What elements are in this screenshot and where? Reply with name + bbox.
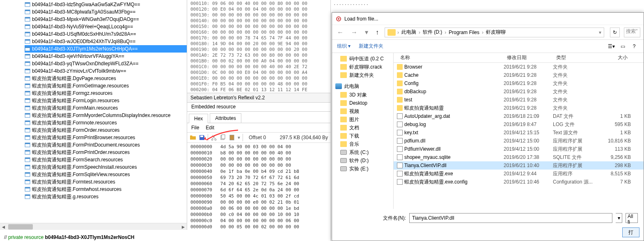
tree-item[interactable]: 蝦皮拍賣通知精靈.FormOrder.resources — [25, 126, 187, 134]
paste-icon[interactable] — [229, 134, 235, 141]
file-row[interactable]: AutoUpdater_arg.dat2019/6/18 21:09DAT 文件… — [394, 112, 644, 120]
tab-attributes[interactable]: Attributes — [210, 113, 241, 123]
help-button[interactable]: ? — [630, 42, 639, 51]
menu-file[interactable]: File — [191, 125, 199, 131]
tree-item[interactable]: b0494a1f-4bd3-MC8plwafaTgA0SsauM3Fbg== — [25, 8, 187, 16]
file-type: 文件夹 — [553, 72, 598, 79]
search-input[interactable]: 搜索" — [624, 28, 640, 37]
breadcrumb-dropdown[interactable]: ▾ — [599, 30, 601, 35]
breadcrumb[interactable]: › 此电脑› 软件 (D:)› Program Files› 虾皮聊聊 ▾ — [385, 28, 604, 37]
tree-item[interactable]: 蝦皮拍賣通知精靈.FormSpeechInstall.resources — [25, 163, 187, 171]
file-row[interactable]: Config2019/6/21 9:28文件夹 — [394, 79, 644, 87]
tree-item[interactable]: 蝦皮拍賣通知精靈.FormPrintBrowser.resources — [25, 134, 187, 141]
sidebar-item[interactable]: Desktop — [332, 99, 393, 107]
file-row[interactable]: 蝦皮拍賣通知精靈2019/6/21 9:28文件夹 — [394, 104, 644, 112]
open-icon[interactable] — [190, 134, 196, 141]
file-row[interactable]: PdfiumViewer.dll2019/4/12 15:00应用程序扩展113… — [394, 145, 644, 153]
sidebar-item[interactable]: 码中医道 (0.2 C — [332, 55, 393, 63]
tree-item[interactable]: 蝦皮拍賣通知精靈.FormPrintDocument.resources — [25, 141, 187, 149]
sidebar-item[interactable]: 视频 — [332, 107, 393, 115]
col-name[interactable]: 名称 — [397, 54, 504, 61]
tree-item[interactable]: b0494a1f-4bd3-USqfM0dcSxHhU/m7s9d28A== — [25, 30, 187, 38]
tree-item[interactable]: 蝦皮拍賣通知精靈.Formtest.resources — [25, 178, 187, 186]
tree-item[interactable]: b0494a1f-4bd3-NyVu59Yeel+QeaqLLocq4g== — [25, 23, 187, 30]
tree-item[interactable]: 蝦皮拍賣通知精靈.DgvPage.resources — [25, 75, 187, 82]
open-button[interactable]: 打 — [622, 227, 639, 237]
tree-item[interactable]: b0494a1f-4bd3-ldz5hgGwaAaGw5aKZwFYMQ== — [25, 1, 187, 8]
dialog-sidebar[interactable]: 码中医道 (0.2 C虾皮聊聊.crack新建文件夹 此电脑 3D 对象Desk… — [332, 53, 394, 209]
sidebar-this-pc[interactable]: 此电脑 — [332, 82, 393, 91]
horizontal-scrollbar[interactable]: ◄ ► — [0, 223, 187, 230]
new-folder-button[interactable]: 新建文件夹 — [359, 43, 383, 50]
sidebar-item[interactable]: 虾皮聊聊.crack — [332, 63, 393, 71]
breadcrumb-item[interactable]: 软件 (D:) — [422, 29, 443, 36]
tree-item[interactable]: b0494a1f-4bd3-wJOE0Dfb424XhTVJqi8BuQ== — [25, 38, 187, 45]
tree-item[interactable]: 蝦皮拍賣通知精靈.FormMyorderColumnsDisplayIndex.… — [25, 112, 187, 119]
col-date[interactable]: 修改日期 — [504, 54, 553, 61]
sidebar-item[interactable]: 图片 — [332, 115, 393, 124]
breadcrumb-item[interactable]: Program Files — [448, 30, 480, 35]
sidebar-item[interactable]: 文档 — [332, 124, 393, 132]
filename-input[interactable] — [409, 213, 612, 223]
tree-item[interactable]: 蝦皮拍賣通知精靈.g.resources — [25, 193, 187, 200]
scroll-thumb[interactable] — [8, 224, 33, 230]
col-size[interactable]: 大小 — [598, 54, 631, 61]
tree-item[interactable]: b0494a1f-4bd3-Mpxk+WNGwh3ef7OqujDAOg== — [25, 16, 187, 23]
tree-item[interactable]: 蝦皮拍賣通知精靈.Formnote.resources — [25, 119, 187, 126]
preview-pane-button[interactable]: ▭ — [618, 42, 627, 51]
tree-item[interactable]: 蝦皮拍賣通知精靈.FormLogin.resources — [25, 97, 187, 104]
nav-back[interactable]: ← — [335, 29, 345, 36]
nav-recent-dropdown[interactable]: ▾ — [363, 28, 370, 36]
scroll-right-arrow[interactable]: ► — [180, 223, 187, 230]
tree-item[interactable]: 蝦皮拍賣通知精靈.FormPrintOrder.resources — [25, 149, 187, 156]
breadcrumb-item[interactable]: 虾皮聊聊 — [485, 29, 506, 36]
nav-forward[interactable]: → — [349, 29, 359, 36]
sidebar-item[interactable]: 音乐 — [332, 140, 393, 148]
filename-dropdown[interactable]: ▾ — [616, 213, 622, 223]
resource-tree[interactable]: b0494a1f-4bd3-ldz5hgGwaAaGw5aKZwFYMQ==b0… — [0, 0, 187, 200]
tree-item[interactable]: b0494a1f-4bd3-zYmiovLr/CvfToilk9mb/w== — [25, 67, 187, 75]
file-row[interactable]: shopee_myauc.sqlite2019/6/20 17:38SQLITE… — [394, 153, 644, 161]
file-list[interactable]: 名称 修改日期 类型 大小 Browser2019/6/21 9:28文件夹Ca… — [394, 53, 644, 209]
tree-item[interactable]: 蝦皮拍賣通知精靈.FormGetImage.resources — [25, 82, 187, 90]
menu-edit[interactable]: Edit — [206, 125, 214, 131]
filter-dropdown[interactable]: All fi — [626, 213, 638, 223]
file-row[interactable]: 蝦皮拍賣通知精靈.exe.config2019/6/21 10:46Config… — [394, 178, 644, 186]
tree-item[interactable]: b0494a1f-4bd3-yqTWswOxnDhdIepWFLd3ZA== — [25, 60, 187, 67]
scroll-left-arrow[interactable]: ◄ — [0, 223, 7, 230]
view-mode-button[interactable]: ☰▾ — [607, 42, 616, 51]
sidebar-item[interactable]: 3D 对象 — [332, 91, 393, 99]
sidebar-item[interactable]: 软件 (D:) — [332, 156, 393, 165]
tree-item[interactable]: 蝦皮拍賣通知精靈.FormSearch.resources — [25, 156, 187, 163]
file-row[interactable]: pdfium.dll2019/4/12 15:00应用程序扩展10,816 KB — [394, 137, 644, 145]
tab-hex[interactable]: Hex — [189, 114, 208, 123]
col-type[interactable]: 类型 — [553, 54, 598, 61]
tree-item[interactable]: b0494a1f-4bd3-X0JTIym1Ms2erNosCHHpQA== — [25, 45, 187, 53]
breadcrumb-item[interactable]: 此电脑 — [401, 29, 417, 36]
file-row[interactable]: dbBackup2019/6/21 9:28文件夹 — [394, 87, 644, 96]
sidebar-item[interactable]: 新建文件夹 — [332, 71, 393, 79]
organize-menu[interactable]: 组织 ▾ — [337, 43, 351, 50]
file-row[interactable]: Cache2019/6/21 9:28文件夹 — [394, 71, 644, 79]
save-icon[interactable] — [199, 134, 205, 141]
file-row[interactable]: key.txt2019/4/12 15:15Text 源文件1 KB — [394, 129, 644, 137]
file-row[interactable]: Tianya.ClientVIP.dll2019/6/21 10:40应用程序扩… — [394, 161, 644, 170]
hex-dump-body[interactable]: 00000000 4d 5a 90 00 03 00 00 04 00 0000… — [187, 143, 330, 231]
sidebar-item[interactable]: 实验 (E:) — [332, 165, 393, 173]
tree-item[interactable]: 蝦皮拍賣通知精靈.FormMain.resources — [25, 104, 187, 112]
file-row[interactable]: Browser2019/6/21 9:28文件夹 — [394, 63, 644, 71]
tree-item[interactable]: 蝦皮拍賣通知精靈.FormSqliteView.resources — [25, 171, 187, 178]
tree-item[interactable]: 蝦皮拍賣通知精靈.Formgz.resources — [25, 90, 187, 97]
cut-icon[interactable] — [211, 134, 217, 141]
tree-item-label: 蝦皮拍賣通知精靈.g.resources — [32, 193, 99, 200]
sidebar-item[interactable]: 系统 (C:) — [332, 148, 393, 156]
tree-item[interactable]: b0494a1f-4bd3-xjeVrNIrtovrVFAluggiYA== — [25, 53, 187, 60]
copy-icon[interactable] — [220, 134, 226, 141]
file-row[interactable]: 蝦皮拍賣通知精靈.exe2019/4/12 9:44应用程序8,515 KB — [394, 170, 644, 178]
sidebar-item[interactable]: 下载 — [332, 132, 393, 140]
file-row[interactable]: test2019/6/21 9:28文件夹 — [394, 96, 644, 104]
refresh-button[interactable]: ↻ — [610, 28, 620, 37]
tree-item[interactable]: 蝦皮拍賣通知精靈.Formtwhost.resources — [25, 186, 187, 193]
nav-up[interactable]: ↑ — [374, 29, 380, 36]
file-row[interactable]: debug.log2019/6/19 8:47LOG 文件595 KB — [394, 120, 644, 129]
